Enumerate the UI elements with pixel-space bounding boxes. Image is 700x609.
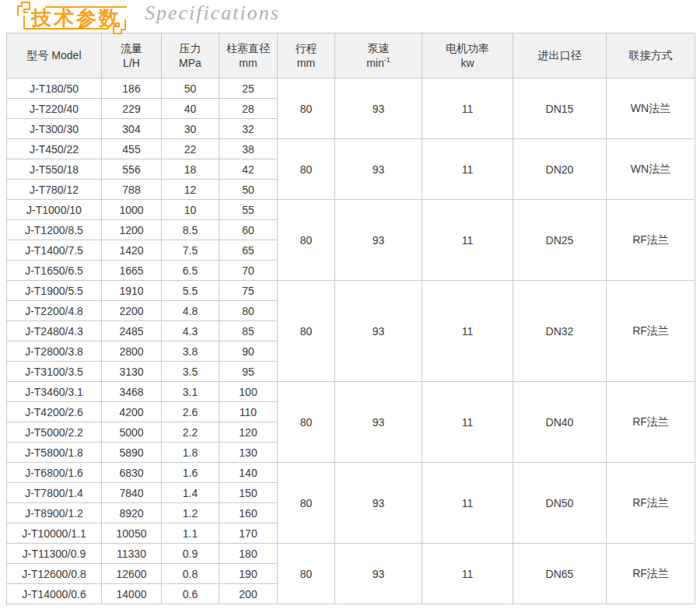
- cell-model: J-T2200/4.8: [7, 301, 102, 321]
- cell-model: J-T780/12: [7, 180, 102, 200]
- cell-pressure: 8.5: [162, 220, 219, 240]
- cell-pump-speed: 93: [335, 382, 422, 463]
- cell-flow: 556: [102, 159, 162, 180]
- cell-flow: 12600: [102, 564, 162, 584]
- cell-port-size: DN25: [513, 200, 607, 281]
- cell-motor-power: 11: [422, 463, 513, 544]
- table-row: J-T180/501865025809311DN15WN法兰: [7, 79, 695, 99]
- cell-plunger-diameter: 130: [219, 443, 278, 463]
- column-header: 压力MPa: [162, 33, 219, 79]
- cell-pressure: 5.5: [162, 281, 219, 301]
- cell-model: J-T8900/1.2: [7, 503, 102, 523]
- cell-port-size: DN32: [513, 281, 607, 382]
- cell-pressure: 4.8: [162, 301, 219, 321]
- cell-plunger-diameter: 32: [219, 119, 278, 139]
- cell-flow: 186: [102, 79, 162, 99]
- cell-pressure: 30: [162, 119, 219, 139]
- cell-flow: 1000: [102, 200, 162, 220]
- cell-stroke: 80: [278, 463, 335, 544]
- cell-pressure: 3.5: [162, 362, 219, 382]
- cell-pressure: 12: [162, 180, 219, 200]
- cell-plunger-diameter: 200: [219, 584, 278, 604]
- cell-plunger-diameter: 140: [219, 463, 278, 483]
- cell-plunger-diameter: 42: [219, 159, 278, 180]
- cell-model: J-T450/22: [7, 139, 102, 159]
- cell-pressure: 2.2: [162, 422, 219, 443]
- cell-flow: 14000: [102, 584, 162, 604]
- table-row: J-T450/224552238809311DN20WN法兰: [7, 139, 695, 159]
- cell-model: J-T1650/6.5: [7, 261, 102, 281]
- cell-connection: WN法兰: [607, 139, 695, 200]
- cell-pressure: 1.6: [162, 463, 219, 483]
- cell-pressure: 22: [162, 139, 219, 159]
- cell-plunger-diameter: 180: [219, 544, 278, 564]
- specifications-table: 型号 Model流量L/H压力MPa柱塞直径mm行程mm泵速min-1电机功率k…: [6, 33, 695, 604]
- cell-model: J-T2480/4.3: [7, 321, 102, 341]
- cell-plunger-diameter: 50: [219, 180, 278, 200]
- cell-stroke: 80: [278, 382, 335, 463]
- column-header: 行程mm: [278, 33, 335, 79]
- cell-model: J-T1400/7.5: [7, 240, 102, 261]
- cell-plunger-diameter: 190: [219, 564, 278, 584]
- cell-port-size: DN65: [513, 544, 607, 604]
- cell-pressure: 1.8: [162, 443, 219, 463]
- page-title-cn: 技术参数: [31, 5, 121, 32]
- table-row: J-T3460/3.134683.1100809311DN40RF法兰: [7, 382, 695, 402]
- cell-motor-power: 11: [422, 139, 513, 200]
- header-row: 型号 Model流量L/H压力MPa柱塞直径mm行程mm泵速min-1电机功率k…: [7, 33, 695, 79]
- cell-plunger-diameter: 90: [219, 341, 278, 362]
- cell-stroke: 80: [278, 544, 335, 604]
- cell-port-size: DN40: [513, 382, 607, 463]
- cell-plunger-diameter: 95: [219, 362, 278, 382]
- cell-port-size: DN50: [513, 463, 607, 544]
- cell-pressure: 1.2: [162, 503, 219, 523]
- cell-flow: 3130: [102, 362, 162, 382]
- cell-model: J-T2800/3.8: [7, 341, 102, 362]
- cell-pressure: 10: [162, 200, 219, 220]
- cell-motor-power: 11: [422, 382, 513, 463]
- cell-connection: RF法兰: [607, 544, 695, 604]
- cell-plunger-diameter: 160: [219, 503, 278, 523]
- cell-pressure: 1.1: [162, 523, 219, 544]
- cell-stroke: 80: [278, 139, 335, 200]
- table-body: J-T180/501865025809311DN15WN法兰J-T220/402…: [7, 79, 695, 604]
- column-header: 进出口径: [513, 33, 607, 79]
- cell-pressure: 6.5: [162, 261, 219, 281]
- cell-plunger-diameter: 150: [219, 483, 278, 503]
- cell-connection: RF法兰: [607, 200, 695, 281]
- cell-model: J-T1000/10: [7, 200, 102, 220]
- table-row: J-T11300/0.9113300.9180809311DN65RF法兰: [7, 544, 695, 564]
- cell-pressure: 2.6: [162, 402, 219, 422]
- cell-pressure: 1.4: [162, 483, 219, 503]
- cell-pump-speed: 93: [335, 463, 422, 544]
- cell-model: J-T300/30: [7, 119, 102, 139]
- cell-pressure: 3.8: [162, 341, 219, 362]
- cell-model: J-T11300/0.9: [7, 544, 102, 564]
- table-row: J-T6800/1.668301.6140809311DN50RF法兰: [7, 463, 695, 483]
- cell-model: J-T4200/2.6: [7, 402, 102, 422]
- cell-model: J-T3460/3.1: [7, 382, 102, 402]
- cell-model: J-T10000/1.1: [7, 523, 102, 544]
- cell-plunger-diameter: 55: [219, 200, 278, 220]
- cell-flow: 1665: [102, 261, 162, 281]
- table-row: J-T1000/1010001055809311DN25RF法兰: [7, 200, 695, 220]
- cell-model: J-T180/50: [7, 79, 102, 99]
- cell-flow: 11330: [102, 544, 162, 564]
- cell-pump-speed: 93: [335, 139, 422, 200]
- cell-pump-speed: 93: [335, 200, 422, 281]
- cell-flow: 2485: [102, 321, 162, 341]
- cell-plunger-diameter: 38: [219, 139, 278, 159]
- cell-model: J-T5800/1.8: [7, 443, 102, 463]
- cell-model: J-T6800/1.6: [7, 463, 102, 483]
- cell-plunger-diameter: 65: [219, 240, 278, 261]
- cell-flow: 5890: [102, 443, 162, 463]
- cell-flow: 5000: [102, 422, 162, 443]
- table-header: 型号 Model流量L/H压力MPa柱塞直径mm行程mm泵速min-1电机功率k…: [7, 33, 695, 79]
- cell-model: J-T550/18: [7, 159, 102, 180]
- column-header: 电机功率kw: [422, 33, 513, 79]
- cell-stroke: 80: [278, 79, 335, 139]
- cell-flow: 8920: [102, 503, 162, 523]
- cell-flow: 3468: [102, 382, 162, 402]
- cell-model: J-T220/40: [7, 99, 102, 119]
- cell-plunger-diameter: 28: [219, 99, 278, 119]
